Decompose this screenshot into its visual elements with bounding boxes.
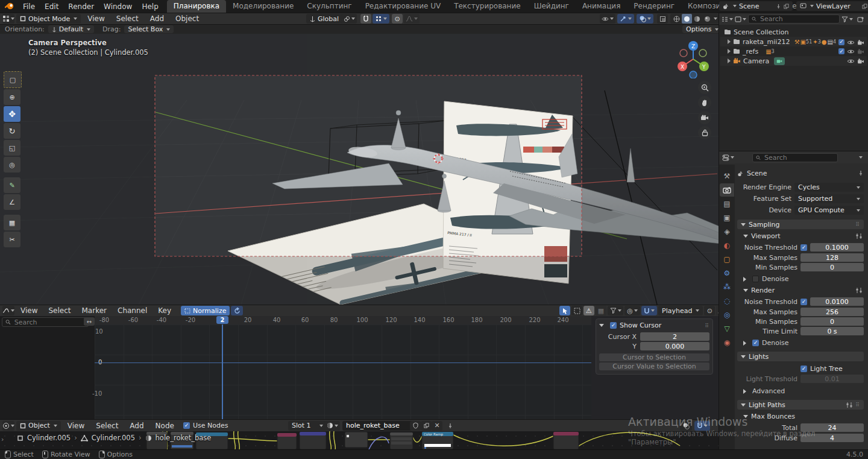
material-slot-dropdown[interactable]: Slot 1 — [288, 421, 327, 431]
channel-search[interactable] — [2, 317, 89, 327]
disable-render-camera-icon[interactable] — [857, 59, 864, 64]
render-denoise-checkbox[interactable]: ✓ — [752, 340, 759, 346]
snap-target-dropdown[interactable]: Playhead — [658, 306, 703, 315]
graph-editor-type-button[interactable] — [2, 306, 14, 315]
snap-target-button[interactable] — [341, 14, 357, 24]
viewlayer-selector[interactable]: ViewLayer — [796, 1, 868, 11]
device-dropdown[interactable]: GPU Compute — [794, 206, 864, 215]
shader-node-area[interactable]: Color Ramp › Cylinder.005 › Cylinder.005… — [0, 431, 719, 449]
workspace-tab-texture[interactable]: Текстурирование — [447, 0, 527, 13]
viewport-3d[interactable]: З — [0, 34, 719, 305]
tab-constraints[interactable]: ◎ — [720, 308, 734, 321]
menu-help[interactable]: Help — [137, 1, 163, 13]
orientation-dropdown[interactable]: Default — [48, 25, 94, 33]
playhead-line[interactable] — [222, 324, 223, 419]
pin-material-button[interactable] — [445, 421, 456, 431]
tool-select-box[interactable]: ▢ — [4, 71, 22, 88]
outliner-type-button[interactable] — [722, 14, 733, 24]
editor-type-button[interactable] — [2, 14, 14, 24]
outliner-row-camera[interactable]: Camera — [720, 56, 867, 66]
tool-cursor[interactable]: ⊕ — [4, 89, 20, 105]
copy-icon[interactable] — [784, 4, 789, 9]
shader-menu-select[interactable]: Select — [91, 420, 123, 432]
blender-logo-icon[interactable] — [5, 2, 14, 10]
viewport-noise-threshold-checkbox[interactable]: ✓ — [800, 244, 807, 251]
breadcrumb-material[interactable]: hole_roket_base — [156, 434, 212, 442]
hide-eye-icon[interactable] — [847, 59, 855, 64]
render-noise-threshold-checkbox[interactable]: ✓ — [800, 299, 807, 305]
outliner-filter-button[interactable] — [841, 14, 853, 24]
shading-options-chevron[interactable] — [714, 17, 717, 20]
tab-render[interactable] — [720, 183, 734, 197]
properties-search[interactable] — [752, 153, 838, 162]
shading-solid-button[interactable] — [682, 14, 692, 24]
panel-grip[interactable]: ⠿ — [705, 323, 709, 329]
viewport-denoise-collapsed[interactable]: ✓ Denoise — [737, 275, 864, 283]
tab-tool[interactable]: ⚒ — [720, 169, 734, 183]
new-collection-button[interactable] — [855, 14, 866, 24]
shader-menu-view[interactable]: View — [63, 420, 89, 432]
tab-particles[interactable]: ⁂ — [720, 280, 734, 294]
material-name-field[interactable]: hole_roket_base — [342, 421, 415, 431]
sliders-icon[interactable] — [855, 233, 863, 239]
workspace-tab-layout[interactable]: Планировка — [167, 0, 226, 13]
tab-scene[interactable]: ◈ — [720, 225, 734, 238]
normalize-auto-button[interactable] — [231, 306, 243, 315]
render-noise-threshold-field[interactable]: 0.0100 — [810, 297, 864, 306]
viewport-sampling-subheader[interactable]: Viewport — [737, 232, 864, 240]
pan-button[interactable] — [698, 96, 711, 109]
sliders-icon[interactable] — [846, 402, 853, 408]
light-tree-checkbox[interactable]: ✓ — [800, 366, 807, 372]
nav-gizmo[interactable]: Z X Y — [674, 39, 712, 78]
tab-view-layer[interactable]: ▣ — [720, 211, 734, 224]
shader-menu-add[interactable]: Add — [125, 420, 148, 432]
workspace-tab-uv[interactable]: Редактирование UV — [359, 0, 448, 13]
render-denoise-collapsed[interactable]: ✓ Denoise — [737, 339, 864, 347]
camera-view-button[interactable] — [698, 111, 711, 124]
snap-magnet-button[interactable] — [360, 14, 371, 24]
viewport-denoise-checkbox[interactable]: ✓ — [752, 276, 759, 282]
tool-transform[interactable]: ◎ — [4, 157, 20, 173]
light-threshold-field[interactable]: 0.01 — [800, 375, 864, 383]
graph-editor[interactable]: ↔ -80 -60 -40 -20 20 40 60 80 100 120 14… — [0, 316, 719, 419]
copy-icon[interactable] — [862, 4, 867, 9]
render-max-samples-field[interactable]: 256 — [800, 308, 864, 316]
show-errors-toggle[interactable]: ⚠ — [583, 306, 594, 315]
render-engine-dropdown[interactable]: Cycles — [794, 183, 864, 192]
tool-move[interactable]: ✥ — [4, 106, 20, 122]
tab-data[interactable]: ▽ — [720, 322, 734, 335]
viewport-noise-threshold-field[interactable]: 0.1000 — [810, 243, 864, 252]
viewport-min-samples-field[interactable]: 0 — [800, 263, 864, 271]
use-nodes-toggle[interactable]: ✓ Use Nodes — [183, 422, 228, 429]
breadcrumb-mesh[interactable]: Cylinder.005 — [92, 434, 135, 442]
tab-material[interactable]: ◉ — [720, 336, 734, 349]
tool-duplicate[interactable]: ✂ — [4, 232, 20, 247]
tool-rotate[interactable]: ↻ — [4, 123, 20, 139]
node-boxes[interactable]: Color Ramp — [146, 432, 579, 449]
max-bounces-subheader[interactable]: Max Bounces — [737, 413, 864, 420]
outliner-row-scene-collection[interactable]: Scene Collection — [720, 27, 867, 37]
properties-editor-type-button[interactable] — [722, 153, 734, 162]
viewport-menu-view[interactable]: View — [83, 13, 109, 25]
workspace-tab-animation[interactable]: Анимация — [576, 0, 627, 13]
show-object-types-button[interactable] — [600, 14, 615, 24]
panel-collapse-arrow[interactable] — [599, 324, 604, 327]
proportional-editing-button[interactable]: ⊙ — [392, 14, 403, 24]
shader-snap-button[interactable] — [694, 421, 710, 431]
render-sampling-subheader[interactable]: Render — [737, 286, 864, 294]
expand-arrow[interactable] — [728, 49, 731, 54]
gizmos-toggle-button[interactable] — [617, 14, 634, 24]
graph-ruler[interactable]: -80 -60 -40 -20 20 40 60 80 100 120 140 … — [95, 316, 591, 325]
tab-physics[interactable]: ◌ — [720, 294, 734, 308]
shader-overlays-button[interactable] — [680, 421, 692, 431]
pivot-point-button[interactable]: ◎ — [624, 306, 640, 315]
expand-arrow[interactable] — [728, 59, 731, 63]
menu-render[interactable]: Render — [63, 1, 99, 13]
cursor-to-selection-button[interactable]: Cursor to Selection — [599, 353, 709, 361]
tab-world[interactable]: ◐ — [720, 239, 734, 252]
outliner-display-mode[interactable] — [735, 14, 746, 24]
shader-editor-type-button[interactable] — [2, 421, 14, 431]
hide-eye-icon[interactable] — [847, 40, 855, 45]
fake-user-button[interactable] — [410, 421, 421, 431]
outliner-row-raketa[interactable]: raketa_mii212 ⚒ ▣51 ✦3 ● ▤4 ✓ — [720, 37, 867, 46]
